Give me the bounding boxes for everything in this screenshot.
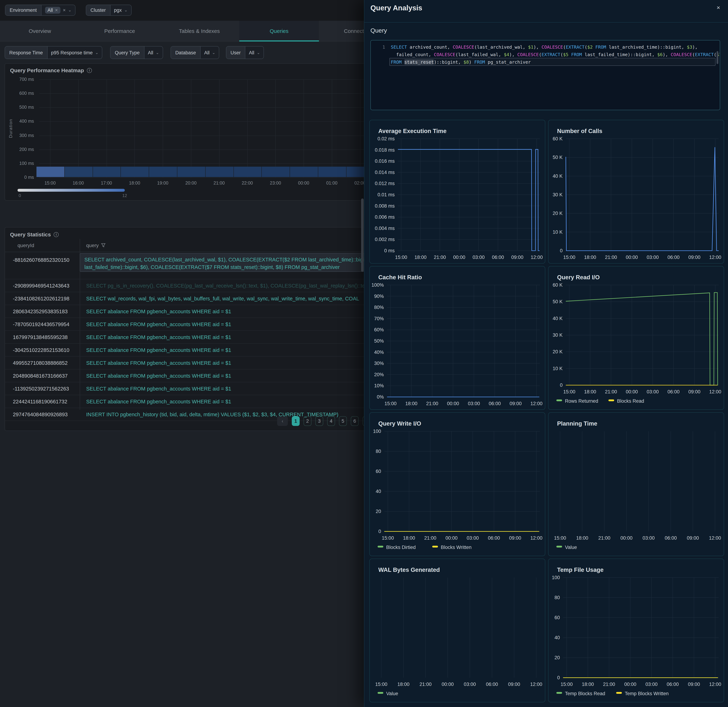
heatmap-cell[interactable] [318,167,346,177]
pagination-page-5[interactable]: 5 [339,416,347,426]
svg-text:15:00: 15:00 [384,401,397,406]
svg-text:12:00: 12:00 [531,254,543,260]
svg-text:00:00: 00:00 [620,535,633,541]
heatmap-cell[interactable] [121,167,149,177]
pagination-page-2[interactable]: 2 [303,416,311,426]
svg-text:18:00: 18:00 [576,535,588,541]
svg-text:12:00: 12:00 [709,389,721,395]
svg-text:80: 80 [555,595,560,600]
heatmap-cell[interactable] [206,167,234,177]
svg-text:Cache Hit Ratio: Cache Hit Ratio [378,274,422,280]
tab-queries[interactable]: Queries [239,21,319,41]
filter-value: All [204,50,209,55]
pagination-page-1[interactable]: 1 [292,416,300,426]
clear-filter-icon[interactable]: × [63,7,66,13]
svg-text:15:00: 15:00 [375,682,387,687]
environment-filter[interactable]: Environment All× × ⌄ [5,5,75,16]
svg-text:12:00: 12:00 [530,535,542,541]
svg-text:18:00: 18:00 [405,401,417,406]
chart-canvas: Average Execution Time15:0018:0021:0000:… [370,120,545,263]
svg-text:40: 40 [376,489,381,494]
column-header-queryid[interactable]: queryId [17,243,34,248]
code-line: SELECT archived_count, COALESCE(last_arc… [371,43,720,51]
filter-response-time[interactable]: Response Timep95 Response time⌄ [5,46,103,59]
svg-text:00:00: 00:00 [453,254,465,260]
svg-text:21:00: 21:00 [598,535,610,541]
svg-text:60 K: 60 K [553,282,563,288]
tab-tables-indexes[interactable]: Tables & Indexes [159,21,239,41]
chart-canvas: Query Read I/O15:0018:0021:0000:0003:000… [549,266,724,409]
code-line: FROM stats_reset)::bigint, $8) FROM pg_s… [371,58,720,66]
svg-text:06:00: 06:00 [492,254,504,260]
svg-text:0: 0 [560,248,563,253]
heatmap-cell[interactable] [36,167,64,177]
info-icon[interactable]: i [87,68,92,73]
svg-text:0.02 ms: 0.02 ms [378,136,395,142]
svg-text:Query Write I/O: Query Write I/O [378,420,421,427]
heatmap-cell[interactable] [177,167,205,177]
svg-text:03:00: 03:00 [647,389,659,395]
svg-text:90%: 90% [374,293,384,299]
svg-text:0.006 ms: 0.006 ms [375,214,395,220]
svg-text:30 K: 30 K [553,333,563,338]
svg-text:00:00: 00:00 [447,401,459,406]
heatmap-cell[interactable] [93,167,121,177]
filter-database[interactable]: DatabaseAll⌄ [170,46,219,59]
svg-text:10%: 10% [374,383,384,388]
svg-text:09:00: 09:00 [509,535,521,541]
heatmap-x-tick: 15:00 [41,181,59,186]
tab-performance[interactable]: Performance [80,21,159,41]
code-line: failed_count, COALESCE(last_failed_wal, … [371,51,720,58]
svg-text:80%: 80% [374,305,384,310]
svg-text:0.018 ms: 0.018 ms [375,147,395,153]
filter-value: p95 Response time [51,50,93,55]
svg-text:0.002 ms: 0.002 ms [375,237,395,242]
heatmap-cell[interactable] [262,167,290,177]
filter-query-type[interactable]: Query TypeAll⌄ [110,46,163,59]
pagination-page-4[interactable]: 4 [327,416,335,426]
pagination-page-3[interactable]: 3 [315,416,323,426]
svg-text:70%: 70% [374,316,384,321]
heatmap-cell[interactable] [290,167,318,177]
svg-text:20: 20 [555,655,560,660]
heatmap-cell[interactable] [149,167,177,177]
close-icon[interactable]: × [716,4,720,12]
page-scrollbar[interactable] [361,198,364,272]
svg-text:15:00: 15:00 [563,254,575,260]
chevron-down-icon: ⌄ [212,50,215,55]
queryid-cell: 2244241168190661732 [5,395,80,408]
chip-remove-icon[interactable]: × [55,7,58,13]
code-scrollbar[interactable] [716,51,718,64]
svg-text:00:00: 00:00 [445,535,458,541]
heatmap-x-tick: 23:00 [267,181,285,186]
svg-text:Average Execution Time: Average Execution Time [378,128,446,134]
svg-text:100: 100 [552,575,560,580]
svg-text:Temp Blocks Written: Temp Blocks Written [625,691,669,696]
svg-text:15:00: 15:00 [395,254,407,260]
svg-text:06:00: 06:00 [665,535,677,541]
filter-funnel-icon[interactable] [101,243,105,247]
svg-text:60: 60 [376,468,381,474]
heatmap-x-tick: 20:00 [182,181,200,186]
filter-label: User [226,46,245,59]
pagination-prev-button[interactable]: ‹ [277,416,288,426]
heatmap-color-scale[interactable] [17,189,125,192]
heatmap-cell[interactable] [234,167,261,177]
pagination-page-6[interactable]: 6 [351,416,359,426]
environment-chip[interactable]: All× [45,7,61,14]
queryid-cell: 2974764084890926893 [5,408,80,421]
app-viewport: Environment All× × ⌄ Cluster pgx⌄ Overvi… [0,0,728,707]
info-icon[interactable]: i [53,232,59,237]
sql-code-block[interactable]: 1 SELECT archived_count, COALESCE(last_a… [370,40,720,110]
svg-text:00:00: 00:00 [442,682,454,687]
svg-text:12:00: 12:00 [709,682,721,687]
svg-text:50 K: 50 K [553,299,563,304]
tab-overview[interactable]: Overview [0,21,80,41]
filter-user[interactable]: UserAll⌄ [226,46,264,59]
svg-text:10 K: 10 K [553,229,563,235]
queryid-cell: -2384108261202612198 [5,292,80,305]
column-header-query[interactable]: query [86,243,105,248]
cluster-filter[interactable]: Cluster pgx⌄ [86,5,131,16]
chart-card-number-of-calls: Number of Calls15:0018:0021:0000:0003:00… [548,120,724,263]
heatmap-cell[interactable] [65,167,92,177]
